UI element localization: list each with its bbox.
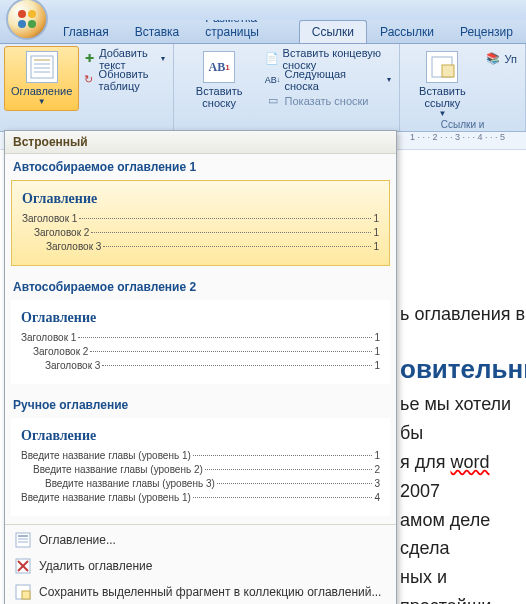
add-text-button[interactable]: ✚ Добавить текст ▾ (79, 48, 168, 69)
remove-toc-icon (15, 558, 31, 574)
manage-sources-button[interactable]: 📚 Уп (481, 48, 521, 69)
save-selection-icon (15, 584, 31, 600)
cmd-remove-toc-label: Удалить оглавление (39, 559, 152, 573)
plus-icon: ✚ (83, 51, 95, 67)
gallery-section-auto2: Автособираемое оглавление 2 (5, 274, 396, 298)
show-footnotes-icon: ▭ (265, 93, 281, 109)
gallery-item-manual[interactable]: Оглавление Введите название главы (урове… (11, 418, 390, 516)
chevron-down-icon: ▼ (438, 109, 446, 118)
toc-button-label: Оглавление (11, 85, 72, 97)
insert-footnote-label: Вставить сноску (185, 85, 254, 109)
refresh-icon: ↻ (83, 72, 94, 88)
next-footnote-label: Следующая сноска (285, 68, 384, 92)
chevron-down-icon: ▾ (387, 75, 391, 84)
group-label-links: Ссылки и (400, 119, 525, 130)
tab-review[interactable]: Рецензир (447, 20, 526, 43)
next-footnote-icon: AB↓ (265, 72, 281, 88)
next-footnote-button[interactable]: AB↓ Следующая сноска ▾ (261, 69, 396, 90)
doc-fragment: амом деле сдела (400, 506, 526, 564)
toc-preview-title: Оглавление (22, 191, 379, 207)
insert-citation-button[interactable]: Вставить ссылку ▼ (404, 46, 480, 123)
ribbon-tabs: Главная Вставка Разметка страницы Ссылки… (0, 20, 526, 44)
toc-preview-line: Введите название главы (уровень 1)4 (21, 492, 380, 503)
toc-preview-line: Введите название главы (уровень 1)1 (21, 450, 380, 461)
toc-preview-line: Заголовок 31 (45, 360, 380, 371)
cmd-save-selection-label: Сохранить выделенный фрагмент в коллекци… (39, 585, 381, 599)
tab-home[interactable]: Главная (50, 20, 122, 43)
toc-preview-line: Заголовок 21 (34, 227, 379, 238)
ribbon: Оглавление ▼ ✚ Добавить текст ▾ ↻ Обнови… (0, 44, 526, 132)
doc-fragment: ных и простейши (400, 563, 526, 604)
cmd-insert-toc[interactable]: Оглавление... (5, 527, 396, 553)
update-table-label: Обновить таблицу (99, 68, 165, 92)
svg-rect-11 (16, 533, 30, 547)
toc-icon (26, 51, 58, 83)
toc-preview-title: Оглавление (21, 310, 380, 326)
office-button[interactable] (6, 0, 48, 40)
insert-footnote-button[interactable]: AB1 Вставить сноску (178, 46, 261, 114)
svg-point-0 (18, 10, 26, 18)
toc-button[interactable]: Оглавление ▼ (4, 46, 79, 111)
cmd-insert-toc-label: Оглавление... (39, 533, 116, 547)
svg-rect-10 (442, 65, 454, 77)
tab-insert[interactable]: Вставка (122, 20, 193, 43)
tab-references[interactable]: Ссылки (299, 20, 367, 43)
toc-preview-line: Заголовок 21 (33, 346, 380, 357)
toc-preview-line: Заголовок 11 (21, 332, 380, 343)
toc-gallery: Встроенный Автособираемое оглавление 1 О… (4, 130, 397, 604)
title-bar (0, 0, 526, 20)
chevron-down-icon: ▾ (161, 54, 165, 63)
endnote-icon: 📄 (265, 51, 279, 67)
svg-rect-4 (31, 56, 53, 78)
toc-dialog-icon (15, 532, 31, 548)
toc-preview-title: Оглавление (21, 428, 380, 444)
toc-preview-line: Заголовок 11 (22, 213, 379, 224)
insert-citation-label: Вставить ссылку (411, 85, 473, 109)
tab-mailings[interactable]: Рассылки (367, 20, 447, 43)
show-footnotes-label: Показать сноски (285, 95, 369, 107)
doc-fragment: овительный (400, 354, 526, 384)
doc-fragment: ье мы хотели бы (400, 390, 526, 448)
gallery-item-auto1[interactable]: Оглавление Заголовок 11 Заголовок 21 Заг… (11, 180, 390, 266)
chevron-down-icon: ▼ (38, 97, 46, 106)
sources-icon: 📚 (485, 51, 501, 67)
citation-icon (426, 51, 458, 83)
toc-preview-line: Заголовок 31 (46, 241, 379, 252)
gallery-section-auto1: Автособираемое оглавление 1 (5, 154, 396, 178)
cmd-save-selection[interactable]: Сохранить выделенный фрагмент в коллекци… (5, 579, 396, 604)
svg-point-3 (28, 20, 36, 28)
gallery-item-auto2[interactable]: Оглавление Заголовок 11 Заголовок 21 Заг… (11, 300, 390, 384)
manage-sources-label: Уп (505, 53, 517, 65)
footnote-icon: AB1 (203, 51, 235, 83)
gallery-header: Встроенный (5, 131, 396, 154)
gallery-section-manual: Ручное оглавление (5, 392, 396, 416)
svg-rect-19 (22, 591, 30, 599)
update-table-button[interactable]: ↻ Обновить таблицу (79, 69, 168, 90)
show-footnotes-button[interactable]: ▭ Показать сноски (261, 90, 396, 111)
toc-preview-line: Введите название главы (уровень 2)2 (33, 464, 380, 475)
cmd-remove-toc[interactable]: Удалить оглавление (5, 553, 396, 579)
svg-point-1 (28, 10, 36, 18)
separator (5, 524, 396, 525)
doc-fragment: ь оглавления в (400, 300, 526, 329)
doc-fragment: я для word 2007 (400, 448, 526, 506)
svg-point-2 (18, 20, 26, 28)
insert-endnote-button[interactable]: 📄 Вставить концевую сноску (261, 48, 396, 69)
toc-preview-line: Введите название главы (уровень 3)3 (45, 478, 380, 489)
